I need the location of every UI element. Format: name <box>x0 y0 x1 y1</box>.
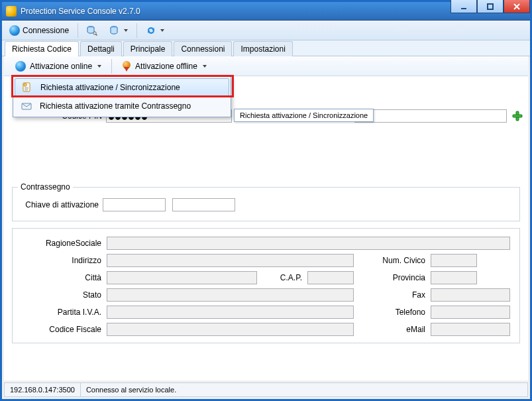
tab-principale[interactable]: Principale <box>123 41 173 56</box>
num-civico-label: Num. Civico <box>359 256 425 265</box>
indirizzo-label: Indirizzo <box>22 256 101 265</box>
indirizzo-input[interactable] <box>107 254 354 267</box>
codice-fiscale-input[interactable] <box>107 323 354 336</box>
chevron-down-icon <box>124 29 128 32</box>
codice-fiscale-label: Codice Fiscale <box>22 325 101 334</box>
globe-icon <box>9 25 20 36</box>
partita-iva-label: Partita I.V.A. <box>22 308 101 317</box>
num-civico-input[interactable] <box>431 254 477 267</box>
tab-connessioni[interactable]: Connessioni <box>174 41 232 56</box>
chiave-attivazione-label: Chiave di attivazione <box>18 200 99 209</box>
cap-label: C.A.P. <box>262 273 302 282</box>
attivazione-offline-button[interactable]: Attivazione offline <box>116 58 213 74</box>
provincia-input[interactable] <box>431 271 477 284</box>
refresh-icon <box>146 25 156 36</box>
partita-iva-input[interactable] <box>107 306 354 319</box>
stato-input[interactable] <box>107 288 354 302</box>
citta-label: Città <box>22 273 101 282</box>
menu-item-contrassegno[interactable]: Richiesta attivazione tramite Contrasseg… <box>15 97 229 115</box>
window-buttons <box>451 2 530 20</box>
svg-line-6 <box>96 34 97 35</box>
ragione-sociale-input[interactable] <box>107 237 510 250</box>
svg-rect-1 <box>488 4 493 9</box>
extra-input[interactable] <box>354 109 507 123</box>
contrassegno-fieldset: Contrassegno Chiave di attivazione <box>12 182 520 221</box>
db-icon <box>109 25 120 36</box>
chevron-down-icon <box>160 29 164 32</box>
ragione-sociale-label: RagioneSociale <box>22 239 101 248</box>
email-label: eMail <box>359 325 425 334</box>
globe-icon <box>15 61 26 72</box>
main-toolbar: Connessione <box>2 21 530 40</box>
window-title: Protection Service Console v2.7.0 <box>21 7 451 16</box>
fax-label: Fax <box>359 290 425 300</box>
attivazione-online-menu: Richiesta attivazione / Sincronizzazione… <box>13 76 231 117</box>
toolbar-separator <box>111 59 112 74</box>
minimize-button[interactable] <box>451 0 477 13</box>
status-message: Connesso al servizio locale. <box>81 383 527 396</box>
titlebar: Protection Service Console v2.7.0 <box>2 2 530 21</box>
menu-item-sync[interactable]: Richiesta attivazione / Sincronizzazione <box>15 78 229 97</box>
app-window: Protection Service Console v2.7.0 Connes… <box>0 0 532 401</box>
statusbar: 192.168.0.147:3500 Connesso al servizio … <box>4 382 528 397</box>
provincia-label: Provincia <box>359 273 425 282</box>
fax-input[interactable] <box>431 288 510 302</box>
attivazione-online-label: Attivazione online <box>30 62 92 71</box>
chevron-down-icon <box>203 65 207 68</box>
toolbar-separator <box>78 23 78 38</box>
document-sync-icon <box>21 81 34 94</box>
menu-item-sync-label: Richiesta attivazione / Sincronizzazione <box>40 83 180 92</box>
envelope-icon <box>20 99 33 113</box>
tab-richiesta-codice[interactable]: Richiesta Codice <box>5 41 79 56</box>
svg-rect-9 <box>513 115 522 117</box>
attivazione-online-button[interactable]: Attivazione online <box>9 58 107 74</box>
close-button[interactable] <box>504 0 530 13</box>
chiave-attivazione-input-2[interactable] <box>172 198 235 211</box>
tab-impostazioni[interactable]: Impostazioni <box>233 41 292 56</box>
cap-input[interactable] <box>307 271 354 284</box>
ribbon-icon <box>122 61 131 72</box>
plus-icon[interactable] <box>512 111 523 121</box>
db-search-icon <box>87 25 97 36</box>
attivazione-offline-label: Attivazione offline <box>135 62 197 71</box>
app-icon <box>6 6 17 17</box>
db-dropdown-button[interactable] <box>105 23 133 38</box>
db-search-button[interactable] <box>82 23 102 38</box>
connessione-label: Connessione <box>23 26 69 35</box>
chiave-attivazione-input-1[interactable] <box>103 198 166 211</box>
telefono-label: Telefono <box>359 308 425 317</box>
email-input[interactable] <box>431 323 510 336</box>
svg-point-11 <box>24 84 27 86</box>
chevron-down-icon <box>97 65 101 68</box>
telefono-input[interactable] <box>431 306 510 319</box>
citta-input[interactable] <box>107 271 257 284</box>
tab-dettagli[interactable]: Dettagli <box>80 41 122 56</box>
refresh-button[interactable] <box>141 23 169 38</box>
svg-point-5 <box>93 31 96 34</box>
contrassegno-legend: Contrassegno <box>18 182 73 192</box>
tooltip-sync: Richiesta attivazione / Sincronizzazione <box>234 109 374 122</box>
maximize-button[interactable] <box>477 0 504 13</box>
connessione-button[interactable]: Connessione <box>5 23 74 38</box>
status-server: 192.168.0.147:3500 <box>5 383 81 396</box>
tab-bar: Richiesta Codice Dettagli Principale Con… <box>2 40 530 56</box>
company-box: RagioneSociale Indirizzo Num. Civico Cit… <box>12 228 520 343</box>
stato-label: Stato <box>22 290 101 300</box>
toolbar-separator <box>136 23 137 38</box>
menu-item-contrassegno-label: Richiesta attivazione tramite Contrasseg… <box>40 101 191 111</box>
sub-toolbar: Attivazione online Attivazione offline <box>4 56 528 76</box>
